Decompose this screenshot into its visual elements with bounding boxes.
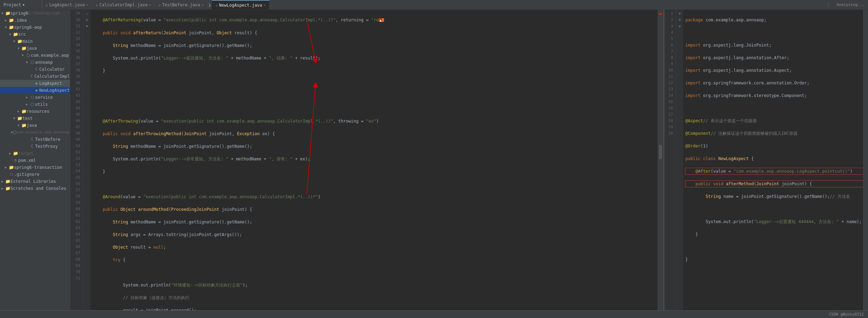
aspect-icon-newlogaspect: ◉: [34, 87, 39, 94]
rcode-line-5: import org.aspectj.lang.annotation.Aspec…: [685, 67, 863, 74]
tree-item-java-main[interactable]: ▼ 📁 java: [0, 45, 70, 52]
tab-testbefore-icon: ☕: [158, 2, 161, 7]
tree-item-main[interactable]: ▼ 📁 main: [0, 38, 70, 45]
tree-item-newlogaspect[interactable]: ◉ NewLogAspect: [0, 87, 70, 94]
tree-item-calculator-interface[interactable]: C Calculator: [0, 66, 70, 73]
tab-logaspect-close[interactable]: ✕: [86, 3, 88, 7]
tree-label-com-example-aop: com.example.aop: [31, 52, 69, 58]
code-line-50: System.out.println("环绕通知-->目标对象方法执行之前");: [93, 282, 658, 288]
tree-item-java-test[interactable]: ▼ 📁 java: [0, 122, 70, 129]
project-dropdown[interactable]: Project ▼: [0, 0, 42, 9]
java-icon-calculatorimpl: C: [29, 73, 34, 80]
tree-label-pomxml: pom.xml: [18, 157, 36, 164]
code-line-38: public void afterThrowingMethod(JoinPoin…: [93, 131, 658, 137]
rcode-line-13: @After(value = "com.example.aop.annoaop.…: [685, 168, 863, 174]
tree-item-service[interactable]: ▶ ⬡ service: [0, 94, 70, 101]
code-content-left[interactable]: @AfterReturning(value = "execution(publi…: [90, 10, 658, 310]
code-line-44: public Object aroundMethod(ProceedingJoi…: [93, 206, 658, 213]
pkg-icon-annoaop-test: ⬡: [13, 129, 16, 136]
tree-label-gitignore: .gitignore: [14, 171, 39, 178]
tab-logaspect-icon: ☕: [46, 2, 48, 7]
tree-label-spring6-tx: spring6-transaction: [14, 164, 62, 171]
tree-item-spring6[interactable]: ▼ 📁 spring6 G:\Java\spring6: [0, 10, 70, 17]
tree-item-testbefore[interactable]: C TestBefore: [0, 136, 70, 143]
tabs-overflow-menu[interactable]: ⋮: [823, 0, 833, 9]
project-label: Project: [4, 2, 21, 7]
tree-label-utils: utils: [35, 101, 48, 108]
gutter-icons-right: ⚙⚙ ⚙: [676, 10, 683, 310]
tree-item-spring6-tx[interactable]: ▶ 📁 spring6-transaction: [0, 164, 70, 171]
folder-icon-scratches: 📁: [5, 185, 11, 192]
code-line-39: String methodName = joinPoint.getSignatu…: [93, 143, 658, 150]
right-error-stripe: [863, 10, 868, 310]
csdn-label: CSDN @Bunny0212: [829, 312, 864, 317]
tree-label-testproxy: TestProxy: [35, 143, 58, 150]
tree-item-logaspect[interactable]: ◉ LogAspect: [0, 80, 70, 87]
tab-calculatorimpl-label: CalculatorImpl.java: [99, 2, 147, 7]
tab-newlogaspect-icon: ☕: [215, 3, 218, 7]
tree-item-pomxml[interactable]: m pom.xml: [0, 157, 70, 164]
tree-label-resources: resources: [27, 108, 49, 115]
tab-logaspect[interactable]: ☕ LogAspect.java ✕: [42, 0, 92, 9]
code-content-right[interactable]: package com.example.aop.annoaop; import …: [683, 10, 863, 310]
tree-item-external-libs[interactable]: ▶ 📁 External Libraries: [0, 178, 70, 185]
pkg-icon-com-example-aop: ⬡: [25, 52, 31, 58]
rcode-line-15: String name = joinPoint.getSignature().g…: [685, 193, 863, 200]
tab-testbefore[interactable]: ☕ TestBefore.java ✕: [155, 0, 208, 9]
line-numbers-right: 12345 678910 1112131415 1617181920: [665, 10, 676, 310]
tree-item-test[interactable]: ▼ 📁 test: [0, 115, 70, 122]
xml-icon-pom: m: [13, 157, 18, 164]
tree-item-src[interactable]: ▼ 📁 src: [0, 31, 70, 38]
code-line-48: try {: [93, 257, 658, 263]
tab-calculatorimpl-close[interactable]: ✕: [149, 3, 151, 7]
tabs-container: ☕ LogAspect.java ✕ ☕ CalculatorImpl.java…: [42, 0, 823, 9]
tree-item-gitignore[interactable]: ⬡ .gitignore: [0, 171, 70, 178]
java-icon-calculator: C: [34, 66, 39, 72]
rcode-line-2: [685, 29, 863, 36]
tree-label-test: test: [22, 115, 33, 122]
tree-label-testbefore: TestBefore: [35, 136, 60, 143]
code-line-43: @Around(value = "execution(public int co…: [93, 194, 658, 200]
tab-newlogaspect[interactable]: ☕ NewLogAspect.java ✕: [212, 0, 269, 9]
tree-item-com-example-aop[interactable]: ▼ ⬡ com.example.aop: [0, 52, 70, 59]
folder-icon-target: 📁: [13, 150, 18, 157]
tab-newlogaspect-close[interactable]: ✕: [264, 3, 266, 7]
tree-label-src: src: [18, 31, 26, 37]
folder-icon-spring6-aop: 📁: [8, 24, 14, 30]
tree-label-java-main: java: [27, 45, 37, 51]
code-line-35: [93, 93, 658, 99]
rcode-line-18: }: [685, 231, 863, 237]
tree-item-utils[interactable]: ▶ ⬡ utils: [0, 101, 70, 108]
tree-item-target[interactable]: ▶ 📁 target: [0, 150, 70, 157]
tree-item-annoaop[interactable]: ▼ ⬡ annoaop: [0, 59, 70, 66]
tree-item-testproxy[interactable]: C TestProxy: [0, 143, 70, 150]
folder-icon-resources: 📁: [21, 108, 27, 115]
rcode-line-11: @Order(1): [685, 143, 863, 149]
right-editor-pane: 12345 678910 1112131415 1617181920 ⚙⚙ ⚙ …: [665, 10, 868, 310]
code-line-41: }: [93, 168, 658, 175]
code-line-47: Object result = null;: [93, 244, 658, 250]
code-line-51: // 目标对象（连接点）方法的执行: [93, 295, 658, 301]
code-line-32: System.out.println("Logger-->返回通知, 方法名: …: [93, 55, 658, 61]
code-line-42: [93, 181, 658, 187]
tree-label-external-libs: External Libraries: [11, 178, 56, 185]
tab-logaspect-label: LogAspect.java: [49, 2, 85, 7]
tab-testbefore-close[interactable]: ✕: [202, 3, 204, 7]
tree-item-annoaop-test[interactable]: ▼ ⬡ com.example.aop.annoaop: [0, 129, 70, 136]
code-line-31: String methodName = joinPoint.getSignatu…: [93, 42, 658, 49]
analyzing-badge: Analyzing...: [833, 0, 868, 9]
tree-item-idea[interactable]: ▶ 📁 .idea: [0, 17, 70, 24]
gutter-icons-left: ⚠ ⚙ ♦: [83, 10, 90, 310]
left-code-area[interactable]: 2930313233 3435363738 3940414243 4445464…: [70, 10, 663, 310]
pkg-icon-service: ⬡: [29, 94, 35, 101]
tab-calculatorimpl[interactable]: ☕ CalculatorImpl.java ✕: [92, 0, 155, 9]
tree-item-scratches[interactable]: ▶ 📁 Scratches and Consoles: [0, 185, 70, 192]
tree-label-annoaop: annoaop: [35, 59, 53, 65]
folder-icon-external-libs: 📁: [5, 178, 11, 185]
tree-item-resources[interactable]: ▶ 📁 resources: [0, 108, 70, 115]
tree-item-calculatorimpl[interactable]: C CalculatorImpl: [0, 73, 70, 80]
tree-label-newlogaspect: NewLogAspect: [39, 87, 70, 94]
code-line-34: [93, 80, 658, 87]
right-code-area[interactable]: 12345 678910 1112131415 1617181920 ⚙⚙ ⚙ …: [665, 10, 868, 310]
tree-item-spring6-aop[interactable]: ▼ 📁 spring6-aop: [0, 24, 70, 31]
